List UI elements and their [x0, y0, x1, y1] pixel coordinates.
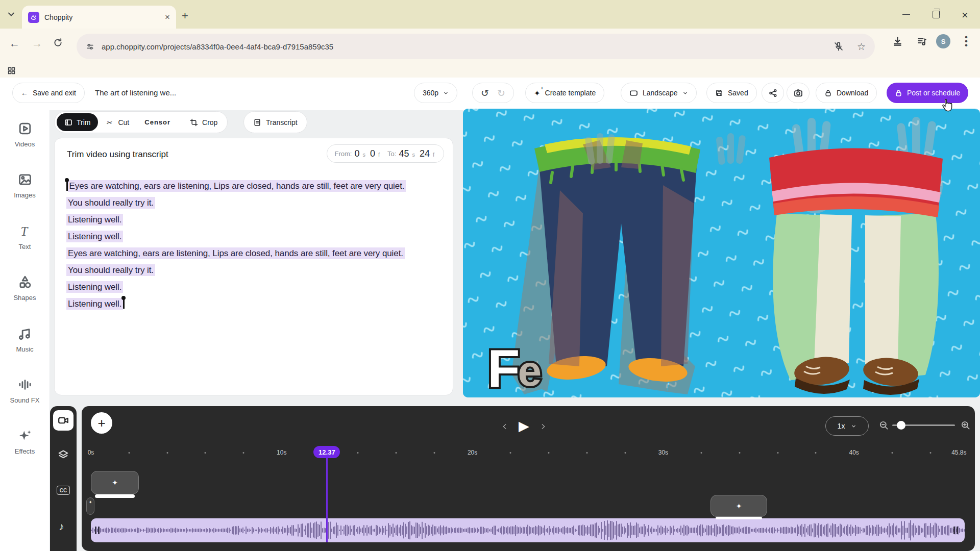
- post-or-schedule-button[interactable]: Post or schedule: [887, 83, 968, 103]
- next-icon[interactable]: [540, 423, 547, 430]
- bookmark-star-icon[interactable]: ☆: [857, 41, 866, 53]
- from-frames[interactable]: 0: [370, 148, 375, 159]
- tab-search-icon[interactable]: [6, 9, 16, 19]
- sidebar-item-music[interactable]: Music: [0, 327, 50, 353]
- back-button[interactable]: ←: [9, 37, 20, 49]
- layers-track-button[interactable]: [58, 449, 69, 460]
- selection-handle-start[interactable]: [66, 182, 68, 191]
- url-text[interactable]: app.choppity.com/projects/a8334f0a-0ee4-…: [102, 42, 834, 51]
- audio-waveform-track[interactable]: [91, 518, 965, 542]
- save-and-exit-button[interactable]: ← Save and exit: [12, 83, 85, 103]
- tab-close-icon[interactable]: ×: [165, 12, 170, 22]
- site-info-icon[interactable]: [86, 42, 94, 51]
- timeline-track-area[interactable]: ✦ ✦ ✦ 12.37 0s10s20s30s40s45.8s: [91, 446, 965, 551]
- ruler-tick: [701, 452, 702, 454]
- captions-track-button[interactable]: CC: [57, 486, 70, 495]
- clip-selection-strip: [95, 494, 135, 498]
- tab-censor[interactable]: Censor: [137, 113, 182, 131]
- new-tab-button[interactable]: +: [182, 9, 188, 22]
- transcript-line[interactable]: Listening well.: [66, 232, 445, 242]
- saved-status-button[interactable]: Saved: [706, 83, 757, 103]
- forward-button[interactable]: →: [32, 37, 42, 49]
- transcript-line[interactable]: Listening well.: [66, 215, 445, 226]
- apps-grid-icon[interactable]: [7, 66, 16, 75]
- transcript-line[interactable]: You should really try it.: [66, 265, 445, 276]
- share-button[interactable]: [762, 83, 784, 103]
- transcript-line[interactable]: Listening well.: [66, 282, 445, 293]
- trim-handle-left[interactable]: [95, 527, 100, 534]
- save-icon: [715, 89, 723, 97]
- asset-sidebar: VideosImagesTTextShapesMusicSound FXEffe…: [0, 110, 50, 551]
- ruler-label: 10s: [277, 449, 286, 456]
- app-window: Choppity × + × ← → app.choppity.com/proj…: [0, 0, 980, 551]
- sidebar-item-videos[interactable]: Videos: [0, 121, 50, 148]
- orientation-dropdown[interactable]: Landscape: [621, 83, 697, 103]
- ruler-tick: [586, 452, 587, 454]
- address-bar[interactable]: app.choppity.com/projects/a8334f0a-0ee4-…: [77, 34, 875, 59]
- zoom-in-icon[interactable]: [961, 420, 970, 430]
- trim-handle-right[interactable]: [953, 527, 958, 534]
- sidebar-item-shapes[interactable]: Shapes: [0, 275, 50, 302]
- mic-off-icon[interactable]: [834, 41, 844, 52]
- profile-avatar[interactable]: S: [936, 34, 950, 48]
- downloads-icon[interactable]: [892, 36, 903, 46]
- resolution-dropdown[interactable]: 360p: [414, 83, 457, 103]
- effect-handle[interactable]: ✦: [86, 497, 94, 515]
- tab-cut[interactable]: ✂Cut: [98, 113, 137, 131]
- sidebar-item-text[interactable]: TText: [0, 224, 50, 251]
- from-seconds[interactable]: 0: [354, 148, 359, 159]
- camera-icon: [794, 88, 803, 97]
- edit-mode-tabs: Trim✂CutCensorCrop: [54, 111, 228, 133]
- video-preview[interactable]: Fe: [463, 109, 980, 397]
- video-track-button[interactable]: [53, 410, 74, 431]
- ruler-label: 30s: [658, 449, 668, 456]
- transcript-line[interactable]: Eyes are watching, ears are listening, L…: [66, 248, 445, 259]
- transcript-line[interactable]: Listening well.: [66, 299, 445, 310]
- ruler-tick: [891, 452, 893, 454]
- window-restore-button[interactable]: [933, 11, 940, 18]
- window-close-button[interactable]: ×: [962, 9, 968, 22]
- undo-icon[interactable]: ↺: [481, 87, 489, 99]
- to-frames[interactable]: 24: [420, 148, 430, 159]
- sidebar-item-sound-fx[interactable]: Sound FX: [0, 378, 50, 404]
- browser-tab[interactable]: Choppity ×: [22, 6, 176, 29]
- zoom-out-icon[interactable]: [879, 420, 889, 430]
- trim-range-control[interactable]: From: 0s 0f To: 45s 24f: [327, 144, 444, 163]
- undo-redo-group[interactable]: ↺ ↻: [472, 83, 514, 103]
- playback-speed-dropdown[interactable]: 1x: [825, 416, 869, 436]
- add-media-button[interactable]: +: [91, 412, 112, 434]
- browser-menu-icon[interactable]: •••: [965, 35, 968, 47]
- project-title[interactable]: The art of listening we...: [95, 83, 176, 103]
- timeline-clip[interactable]: ✦: [710, 495, 767, 517]
- zoom-slider-thumb[interactable]: [897, 421, 905, 430]
- media-playlist-icon[interactable]: [917, 36, 927, 46]
- to-seconds[interactable]: 45: [399, 148, 409, 159]
- timeline-panel: + ▶ 1x ✦ ✦ ✦ 12.37 0s10s20s30s4: [82, 406, 975, 551]
- create-template-button[interactable]: ✦+ Create template: [525, 83, 604, 103]
- chevron-down-icon: [851, 423, 856, 429]
- audio-track-button[interactable]: ♪: [59, 520, 64, 533]
- redo-icon[interactable]: ↻: [497, 87, 505, 99]
- sparkle-icon: ✦+: [534, 89, 541, 97]
- transcript-line[interactable]: You should really try it.: [66, 198, 445, 209]
- tab-crop[interactable]: Crop: [182, 113, 225, 131]
- play-button[interactable]: ▶: [519, 419, 529, 433]
- window-minimize-button[interactable]: [902, 14, 910, 15]
- sidebar-item-effects[interactable]: Effects: [0, 429, 50, 455]
- tab-trim[interactable]: Trim: [57, 113, 98, 131]
- timeline-clip[interactable]: ✦: [91, 471, 139, 494]
- selection-handle-end[interactable]: [123, 299, 125, 309]
- playhead-time-badge[interactable]: 12.37: [313, 446, 340, 458]
- sidebar-item-images[interactable]: Images: [0, 172, 50, 199]
- reload-button[interactable]: [53, 38, 63, 47]
- download-button[interactable]: Download: [816, 83, 877, 103]
- image-icon: [18, 172, 32, 187]
- snapshot-button[interactable]: [787, 83, 810, 103]
- ruler-tick: [815, 452, 817, 454]
- transcript-line[interactable]: Eyes are watching, ears are listening, L…: [66, 181, 445, 192]
- playhead-line[interactable]: [326, 458, 328, 542]
- ruler-label: 0s: [88, 449, 94, 456]
- transcript-editor[interactable]: Eyes are watching, ears are listening, L…: [66, 181, 445, 316]
- tab-transcript[interactable]: Transcript: [243, 111, 307, 133]
- previous-icon[interactable]: [501, 423, 508, 430]
